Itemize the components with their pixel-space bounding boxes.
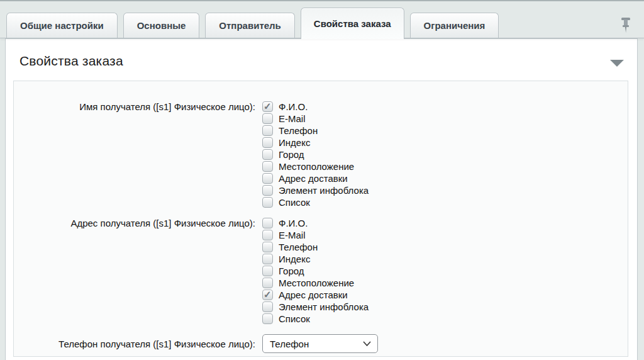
checkbox-label: Элемент инфоблока [279, 185, 369, 196]
checkbox[interactable]: ✓ [262, 125, 273, 136]
checkbox-label: Телефон [279, 125, 318, 136]
checkbox-option: ✓Элемент инфоблока [262, 301, 628, 313]
checkbox-label: Телефон [279, 242, 318, 252]
chevron-down-icon [363, 341, 371, 347]
checkbox-label: Элемент инфоблока [279, 301, 369, 312]
checkbox[interactable]: ✓ [262, 218, 273, 228]
checkbox[interactable]: ✓ [262, 185, 273, 196]
checkbox[interactable]: ✓ [262, 230, 273, 240]
checkbox[interactable]: ✓ [262, 173, 273, 184]
collapse-triangle-icon[interactable] [610, 60, 624, 67]
checkbox-option: ✓Ф.И.О. [262, 101, 628, 113]
checkbox-option: ✓Адрес доставки [262, 289, 628, 301]
checkbox-option: ✓Город [262, 149, 628, 160]
checkbox[interactable]: ✓ [262, 290, 273, 300]
checkbox-label: Список [279, 313, 310, 324]
tab-restrictions[interactable]: Ограничения [410, 13, 499, 38]
checkbox[interactable]: ✓ [262, 197, 273, 208]
tab-sender[interactable]: Отправитель [205, 13, 294, 38]
checkbox[interactable]: ✓ [262, 101, 273, 112]
checkbox-label: Индекс [279, 254, 310, 264]
checkbox[interactable]: ✓ [262, 301, 273, 312]
checkbox-label: Индекс [279, 137, 310, 148]
phone-select[interactable]: Телефон [262, 334, 378, 353]
tab-order-properties[interactable]: Свойства заказа [301, 8, 404, 39]
order-properties-form: Имя получателя ([s1] Физическое лицо):✓Ф… [13, 81, 628, 357]
checkbox[interactable]: ✓ [262, 137, 273, 148]
checkbox-label: Адрес доставки [279, 173, 348, 184]
check-icon: ✓ [264, 290, 272, 299]
checkbox-option: ✓Адрес доставки [262, 172, 628, 184]
form-row: Телефон получателя ([s1] Физическое лицо… [14, 334, 628, 353]
checkbox-option: ✓E-Mail [262, 113, 628, 125]
check-icon: ✓ [264, 101, 272, 111]
form-rows: Имя получателя ([s1] Физическое лицо):✓Ф… [14, 101, 628, 353]
form-row: Адрес получателя ([s1] Физическое лицо):… [14, 217, 628, 325]
checkbox[interactable]: ✓ [262, 278, 273, 288]
checkbox-list: ✓Ф.И.О.✓E-Mail✓Телефон✓Индекс✓Город✓Мест… [262, 101, 628, 208]
checkbox[interactable]: ✓ [262, 313, 273, 324]
checkbox-option: ✓Список [262, 196, 628, 208]
content-panel: Свойства заказа Имя получателя ([s1] Физ… [5, 38, 638, 360]
checkbox-label: E-Mail [279, 230, 306, 240]
checkbox-label: Ф.И.О. [279, 218, 308, 228]
select-control: Телефон [262, 334, 628, 353]
field-label: Адрес получателя ([s1] Физическое лицо): [14, 217, 262, 229]
tab-common-settings[interactable]: Общие настройки [6, 13, 118, 38]
checkbox-label: Адрес доставки [279, 290, 348, 300]
checkbox-label: E-Mail [279, 113, 306, 124]
checkbox-label: Город [279, 149, 304, 160]
checkbox-option: ✓Индекс [262, 137, 628, 149]
checkbox-option: ✓Телефон [262, 241, 628, 253]
checkbox[interactable]: ✓ [262, 266, 273, 276]
checkbox-option: ✓E-Mail [262, 229, 628, 241]
checkbox-label: Ф.И.О. [279, 101, 308, 112]
checkbox-option: ✓Ф.И.О. [262, 217, 628, 229]
form-row: Имя получателя ([s1] Физическое лицо):✓Ф… [14, 101, 628, 208]
checkbox[interactable]: ✓ [262, 242, 273, 252]
checkbox[interactable]: ✓ [262, 254, 273, 264]
field-label: Имя получателя ([s1] Физическое лицо): [14, 101, 262, 113]
checkbox-label: Местоположение [279, 161, 354, 172]
checkbox[interactable]: ✓ [262, 113, 273, 124]
tab-bar: Общие настройки Основные Отправитель Сво… [6, 0, 619, 38]
pin-icon[interactable] [621, 17, 631, 33]
checkbox-option: ✓Элемент инфоблока [262, 184, 628, 196]
checkbox-option: ✓Индекс [262, 253, 628, 265]
field-label: Телефон получателя ([s1] Физическое лицо… [14, 338, 262, 350]
checkbox-label: Местоположение [279, 278, 354, 288]
checkbox-option: ✓Список [262, 313, 628, 325]
checkbox-option: ✓Местоположение [262, 160, 628, 172]
checkbox-option: ✓Город [262, 265, 628, 277]
select-value: Телефон [270, 339, 363, 349]
checkbox-option: ✓Телефон [262, 125, 628, 137]
checkbox[interactable]: ✓ [262, 161, 273, 172]
checkbox[interactable]: ✓ [262, 149, 273, 160]
checkbox-list: ✓Ф.И.О.✓E-Mail✓Телефон✓Индекс✓Город✓Мест… [262, 217, 628, 325]
tab-main[interactable]: Основные [123, 13, 200, 38]
section-title: Свойства заказа [19, 53, 123, 69]
checkbox-option: ✓Местоположение [262, 277, 628, 289]
checkbox-label: Город [279, 266, 304, 276]
checkbox-label: Список [279, 197, 310, 208]
